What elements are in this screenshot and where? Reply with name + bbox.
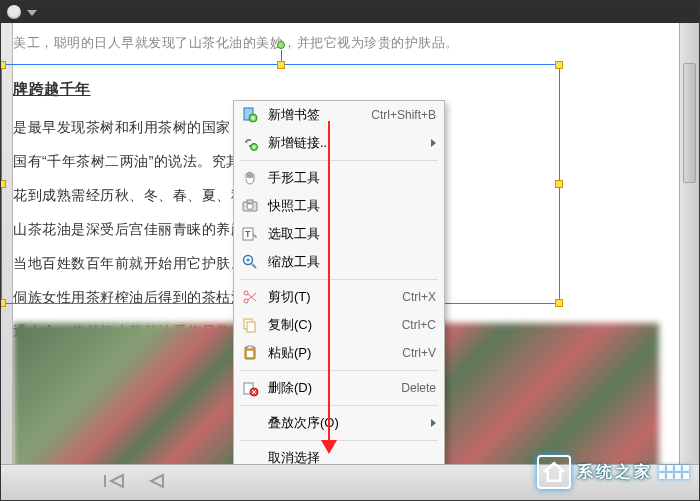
menu-cut[interactable]: 剪切(T) Ctrl+X [234, 283, 444, 311]
menu-delete[interactable]: 删除(D) Delete [234, 374, 444, 402]
resize-handle-mr[interactable] [555, 180, 563, 188]
resize-handle-br[interactable] [555, 299, 563, 307]
menu-separator [240, 440, 438, 441]
text-select-icon: T [240, 224, 260, 244]
menu-select-tool[interactable]: T 选取工具 [234, 220, 444, 248]
hand-icon [240, 168, 260, 188]
watermark: 系统之家 [537, 452, 689, 492]
menu-separator [240, 160, 438, 161]
menu-shortcut: Ctrl+V [402, 346, 436, 360]
menu-hand-tool[interactable]: 手形工具 [234, 164, 444, 192]
menu-stacking-order[interactable]: 叠放次序(O) [234, 409, 444, 437]
zoom-icon [240, 252, 260, 272]
watermark-text: 系统之家 [577, 462, 653, 483]
delete-icon [240, 378, 260, 398]
menu-label: 选取工具 [268, 225, 436, 243]
menu-label: 缩放工具 [268, 253, 436, 271]
doc-line: 美工，聪明的日人早就发现了山茶化油的美妙，并把它视为珍贵的护肤品。 [13, 29, 671, 57]
submenu-arrow-icon [431, 419, 436, 427]
resize-handle-tl[interactable] [0, 61, 6, 69]
menu-label: 粘贴(P) [268, 344, 394, 362]
title-bar [1, 1, 699, 23]
scissors-icon [240, 287, 260, 307]
menu-separator [240, 370, 438, 371]
watermark-logo-icon [537, 455, 571, 489]
first-page-button[interactable] [101, 472, 127, 493]
menu-snapshot-tool[interactable]: 快照工具 [234, 192, 444, 220]
resize-handle-tm[interactable] [277, 61, 285, 69]
blank-icon [240, 413, 260, 433]
menu-shortcut: Ctrl+X [402, 290, 436, 304]
menu-label: 复制(C) [268, 316, 394, 334]
copy-icon [240, 315, 260, 335]
menu-label: 快照工具 [268, 197, 436, 215]
resize-handle-bl[interactable] [0, 299, 6, 307]
vertical-scrollbar[interactable] [679, 23, 699, 464]
prev-page-button[interactable] [145, 472, 171, 493]
svg-text:T: T [245, 229, 251, 239]
svg-point-4 [247, 204, 253, 210]
menu-separator [240, 405, 438, 406]
svg-point-9 [244, 291, 248, 295]
svg-point-10 [244, 299, 248, 303]
annotation-arrow [328, 121, 330, 453]
menu-label: 手形工具 [268, 169, 436, 187]
resize-handle-tr[interactable] [555, 61, 563, 69]
window-button[interactable] [7, 5, 21, 19]
menu-label: 删除(D) [268, 379, 393, 397]
watermark-grid-icon [659, 465, 689, 479]
camera-icon [240, 196, 260, 216]
context-menu: 新增书签 Ctrl+Shift+B 新增链接... 手形工具 快照工具 T 选取… [233, 100, 445, 501]
menu-label: 新增书签 [268, 106, 363, 124]
resize-handle-ml[interactable] [0, 180, 6, 188]
menu-new-bookmark[interactable]: 新增书签 Ctrl+Shift+B [234, 101, 444, 129]
rotate-handle[interactable] [277, 41, 285, 49]
menu-zoom-tool[interactable]: 缩放工具 [234, 248, 444, 276]
menu-shortcut: Ctrl+C [402, 318, 436, 332]
menu-separator [240, 279, 438, 280]
menu-copy[interactable]: 复制(C) Ctrl+C [234, 311, 444, 339]
menu-shortcut: Delete [401, 381, 436, 395]
dropdown-icon[interactable] [27, 7, 37, 17]
menu-label: 叠放次序(O) [268, 414, 423, 432]
svg-rect-5 [247, 200, 253, 203]
scrollbar-thumb[interactable] [683, 63, 696, 183]
menu-new-link[interactable]: 新增链接... [234, 129, 444, 157]
clipboard-icon [240, 343, 260, 363]
menu-label: 新增链接... [268, 134, 423, 152]
svg-rect-14 [247, 346, 253, 349]
bookmark-icon [240, 105, 260, 125]
link-icon [240, 133, 260, 153]
svg-rect-15 [247, 351, 253, 357]
menu-label: 剪切(T) [268, 288, 394, 306]
submenu-arrow-icon [431, 139, 436, 147]
menu-paste[interactable]: 粘贴(P) Ctrl+V [234, 339, 444, 367]
svg-rect-12 [247, 322, 255, 332]
menu-shortcut: Ctrl+Shift+B [371, 108, 436, 122]
